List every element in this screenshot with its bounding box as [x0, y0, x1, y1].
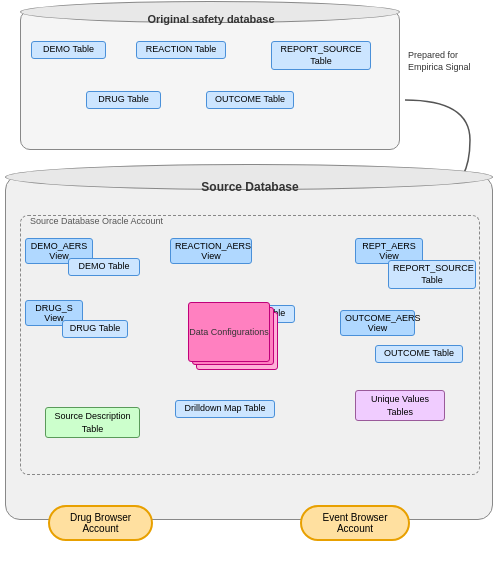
source-description-table: Source Description Table [45, 407, 140, 438]
data-config-layer1: Data Configurations [188, 302, 270, 362]
orig-database: Original safety database DEMO Table REAC… [20, 10, 400, 150]
source-report-source-table: REPORT_SOURCE Table [388, 260, 476, 289]
orig-database-label: Original safety database [21, 13, 401, 25]
outcome-aers-view: OUTCOME_AERS View [340, 310, 415, 336]
source-database-label: Source Database [6, 180, 494, 194]
orig-demo-table: DEMO Table [31, 41, 106, 59]
orig-report-source-table: REPORT_SOURCE Table [271, 41, 371, 70]
source-drug-table: DRUG Table [62, 320, 128, 338]
reaction-aers-view: REACTION_AERS View [170, 238, 252, 264]
unique-values-tables: Unique Values Tables [355, 390, 445, 421]
prepared-label: Prepared for Empirica Signal [408, 50, 488, 73]
orig-reaction-table: REACTION Table [136, 41, 226, 59]
source-demo-table: DEMO Table [68, 258, 140, 276]
drilldown-map-table: Drilldown Map Table [175, 400, 275, 418]
oracle-account-label: Source Database Oracle Account [30, 216, 163, 226]
orig-drug-table: DRUG Table [86, 91, 161, 109]
drug-browser-account[interactable]: Drug Browser Account [48, 505, 153, 541]
source-outcome-table: OUTCOME Table [375, 345, 463, 363]
orig-outcome-table: OUTCOME Table [206, 91, 294, 109]
diagram: Original safety database DEMO Table REAC… [0, 0, 500, 572]
event-browser-account[interactable]: Event Browser Account [300, 505, 410, 541]
